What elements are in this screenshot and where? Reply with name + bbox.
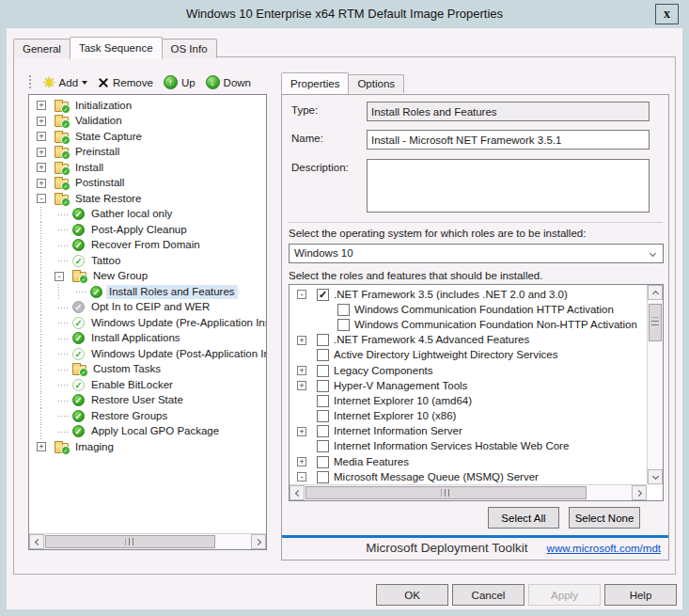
tree-item[interactable]: -State Restore [29, 191, 266, 207]
scroll-down-button[interactable] [648, 469, 663, 484]
role-item[interactable]: Windows Communication Foundation HTTP Ac… [290, 302, 647, 317]
remove-button[interactable]: Remove [94, 75, 157, 90]
apply-button[interactable]: Apply [528, 584, 601, 606]
expand-icon[interactable]: + [297, 427, 306, 436]
tree-item[interactable]: ✓Recover From Domain [29, 238, 266, 254]
subtab-options[interactable]: Options [348, 74, 404, 93]
tree-item[interactable]: ✓Tattoo [29, 253, 266, 269]
expand-icon[interactable]: + [37, 117, 46, 126]
down-button[interactable]: ↓ Down [202, 73, 255, 91]
mdt-website-link[interactable]: www.microsoft.com/mdt [547, 543, 661, 554]
cancel-button[interactable]: Cancel [452, 584, 525, 606]
scroll-left-button[interactable] [29, 534, 44, 549]
up-button[interactable]: ↑ Up [160, 73, 199, 91]
role-checkbox[interactable] [317, 349, 329, 361]
expand-icon[interactable]: + [297, 381, 306, 390]
role-item[interactable]: Internet Explorer 10 (x86) [290, 409, 647, 424]
collapse-icon[interactable]: - [37, 194, 46, 203]
expand-icon[interactable]: + [297, 336, 306, 345]
role-item[interactable]: +Media Features [290, 454, 647, 469]
expand-icon[interactable]: + [37, 132, 46, 141]
role-item[interactable]: Active Directory Lightweight Directory S… [290, 348, 647, 363]
role-item[interactable]: -Microsoft Message Queue (MSMQ) Server [290, 469, 647, 484]
tree-item[interactable]: +State Capture [29, 129, 266, 145]
role-checkbox[interactable] [317, 395, 329, 407]
tree-item[interactable]: ✓Post-Apply Cleanup [29, 222, 266, 238]
role-item[interactable]: Internet Explorer 10 (amd64) [290, 393, 647, 408]
expand-icon[interactable]: + [37, 101, 46, 110]
tab-task-sequence[interactable]: Task Sequence [70, 37, 163, 59]
role-item[interactable]: -✓.NET Framework 3.5 (includes .NET 2.0 … [290, 287, 647, 302]
tree-item[interactable]: Custom Tasks [29, 362, 266, 378]
tab-general[interactable]: General [13, 39, 70, 58]
tree-item[interactable]: ✓Install Applications [29, 331, 266, 347]
roles-hscroll-thumb[interactable] [305, 486, 587, 499]
type-field[interactable] [367, 102, 650, 121]
role-checkbox[interactable]: ✓ [317, 289, 329, 301]
tree-item[interactable]: -New Group [29, 269, 266, 285]
tree-item[interactable]: ✓Gather local only [29, 207, 266, 223]
expand-icon[interactable]: + [297, 457, 306, 466]
tree-item[interactable]: ✓Apply Local GPO Package [29, 424, 266, 440]
tree-item[interactable]: ✓Opt In to CEIP and WER [29, 300, 266, 316]
tree-item[interactable]: ✓Windows Update (Pre-Application Install… [29, 315, 266, 331]
tree-item[interactable]: +Initialization [29, 98, 266, 114]
role-checkbox[interactable] [337, 304, 350, 316]
role-checkbox[interactable] [317, 471, 329, 483]
expand-icon[interactable]: + [297, 366, 306, 375]
tree-item[interactable]: ✓Windows Update (Post-Application Instal… [29, 346, 266, 362]
role-item[interactable]: +.NET Framework 4.5 Advanced Features [290, 333, 647, 348]
role-checkbox[interactable] [317, 425, 329, 437]
role-checkbox[interactable] [317, 456, 329, 468]
close-button[interactable]: x [655, 4, 679, 24]
role-checkbox[interactable] [317, 334, 329, 346]
expand-icon[interactable]: + [37, 148, 46, 157]
scroll-right-button[interactable] [251, 534, 266, 549]
tree-item-label: Apply Local GPO Package [88, 424, 222, 438]
role-item[interactable]: +Internet Information Server [290, 424, 647, 439]
tree-horizontal-scrollbar[interactable] [29, 533, 266, 549]
help-button[interactable]: Help [604, 584, 677, 606]
expand-icon[interactable]: + [37, 442, 46, 451]
role-checkbox[interactable] [337, 319, 350, 331]
tab-os-info[interactable]: OS Info [162, 39, 217, 58]
role-item[interactable]: Internet Information Services Hostable W… [290, 439, 647, 454]
tree-item[interactable]: +Imaging [29, 439, 266, 455]
select-all-button[interactable]: Select All [488, 507, 559, 529]
roles-horizontal-scrollbar[interactable] [290, 484, 647, 500]
tree-item[interactable]: ✓Restore Groups [29, 408, 266, 424]
role-checkbox[interactable] [317, 410, 329, 422]
tree-item[interactable]: +Preinstall [29, 145, 266, 161]
scroll-up-button[interactable] [648, 285, 663, 300]
role-item[interactable]: +Legacy Components [290, 363, 647, 378]
tree-item[interactable]: +Postinstall [29, 176, 266, 192]
role-checkbox[interactable] [317, 440, 329, 452]
tree-item[interactable]: ✓Restore User State [29, 393, 266, 409]
subtab-properties[interactable]: Properties [281, 72, 349, 94]
tree-item[interactable]: ✓Install Roles and Features [29, 284, 266, 300]
os-dropdown[interactable]: Windows 10 [289, 244, 664, 263]
roles-vscroll-thumb[interactable] [649, 304, 662, 341]
name-field[interactable] [367, 130, 650, 150]
description-field[interactable] [367, 159, 650, 213]
role-checkbox[interactable] [317, 365, 329, 377]
roles-vertical-scrollbar[interactable] [647, 285, 663, 484]
scroll-right-button[interactable] [632, 485, 647, 500]
tree-item[interactable]: +Validation [29, 114, 266, 130]
tree-item[interactable]: +Install [29, 160, 266, 176]
scroll-left-button[interactable] [290, 485, 305, 500]
role-item[interactable]: +Hyper-V Management Tools [290, 378, 647, 393]
role-item[interactable]: Windows Communication Foundation Non-HTT… [290, 317, 647, 332]
tree-hscroll-thumb[interactable] [45, 535, 215, 548]
role-checkbox[interactable] [317, 380, 329, 392]
expand-icon[interactable]: + [37, 179, 46, 188]
collapse-icon[interactable]: - [297, 290, 306, 299]
expand-icon[interactable]: + [37, 163, 46, 172]
collapse-icon[interactable]: - [297, 472, 306, 482]
select-none-button[interactable]: Select None [569, 507, 640, 529]
toolbar-grip[interactable] [28, 75, 34, 90]
tree-item[interactable]: ✓Enable BitLocker [29, 377, 266, 393]
collapse-icon[interactable]: - [55, 272, 64, 281]
ok-button[interactable]: OK [376, 584, 448, 606]
add-button[interactable]: ✳ Add [39, 74, 91, 91]
